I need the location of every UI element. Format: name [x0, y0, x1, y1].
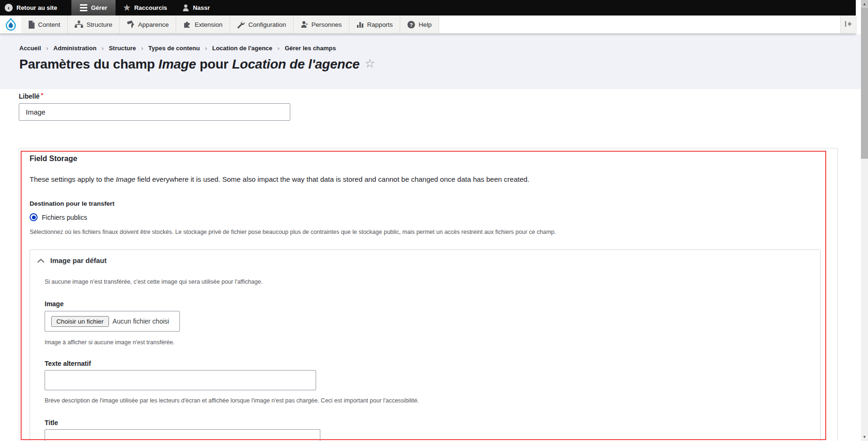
- star-icon: ★: [123, 4, 130, 12]
- breadcrumb-types-de-contenu[interactable]: Types de contenu: [148, 45, 200, 52]
- admin-toolbar: ‹ Retour au site Gérer ★ Raccourcis Nass…: [0, 0, 856, 15]
- destination-help-text: Sélectionnez où les fichiers finaux doiv…: [30, 228, 821, 236]
- back-to-site-button[interactable]: ‹ Retour au site: [0, 0, 65, 15]
- user-account-tab[interactable]: Nassr: [175, 0, 217, 15]
- menu-item-personnes[interactable]: Personnes: [294, 15, 349, 33]
- alt-help-text: Brève description de l'image utilisée pa…: [45, 396, 806, 405]
- person-icon: [301, 21, 308, 28]
- menu-item-label: Help: [418, 21, 432, 28]
- breadcrumb-separator: ›: [101, 45, 103, 52]
- vertical-scrollbar[interactable]: ▲ ▼: [861, 0, 868, 441]
- default-image-details: Image par défaut Si aucune image n'est t…: [30, 249, 821, 441]
- page-header: Accueil › Administration › Structure › T…: [0, 34, 861, 89]
- menu-item-help[interactable]: ? Help: [400, 15, 439, 33]
- chevron-up-icon: [38, 256, 44, 264]
- username-label: Nassr: [193, 4, 210, 11]
- breadcrumb: Accueil › Administration › Structure › T…: [19, 45, 861, 52]
- shortcuts-label: Raccourcis: [134, 4, 167, 11]
- scrollbar-thumb[interactable]: [861, 8, 868, 159]
- toolbar-spacer: [439, 15, 840, 33]
- scroll-down-arrow[interactable]: ▼: [861, 433, 868, 441]
- breadcrumb-separator: ›: [278, 45, 279, 52]
- breadcrumb-gerer-les-champs[interactable]: Gérer les champs: [285, 45, 336, 52]
- default-image-summary[interactable]: Image par défaut: [30, 250, 820, 271]
- user-icon: [182, 4, 189, 12]
- svg-text:?: ?: [410, 22, 413, 27]
- fichiers-publics-label[interactable]: Fichiers publics: [42, 214, 87, 221]
- libelle-label: Libellé*: [19, 93, 43, 100]
- menu-icon: [80, 4, 87, 11]
- image-file-input[interactable]: Choisir un fichier Aucun fichier choisi: [45, 311, 180, 332]
- manage-label: Gérer: [91, 4, 108, 11]
- menu-item-label: Extension: [194, 21, 222, 28]
- title-input[interactable]: [45, 429, 320, 441]
- image-label: Image: [45, 300, 806, 308]
- page-title: Paramètres du champ Image pour Location …: [19, 56, 861, 72]
- field-storage-legend: Field Storage: [30, 155, 821, 163]
- document-icon: [28, 21, 35, 29]
- texte-alternatif-label: Texte alternatif: [45, 360, 806, 367]
- file-status-text: Aucun fichier choisi: [113, 317, 170, 325]
- admin-menu-toolbar: Content Structure Apparence Extension Co…: [0, 15, 856, 34]
- breadcrumb-location-agence[interactable]: Location de l'agence: [212, 45, 272, 52]
- bar-chart-icon: [356, 21, 364, 28]
- texte-alternatif-input[interactable]: [45, 370, 316, 390]
- destination-label: Destination pour le transfert: [30, 200, 821, 207]
- breadcrumb-administration[interactable]: Administration: [54, 45, 97, 52]
- drupal-logo[interactable]: [0, 15, 21, 33]
- menu-item-structure[interactable]: Structure: [68, 15, 120, 33]
- shortcuts-tab[interactable]: ★ Raccourcis: [116, 0, 174, 15]
- menu-item-label: Personnes: [311, 21, 342, 28]
- toolbar-orientation-toggle[interactable]: [840, 15, 856, 33]
- manage-tab[interactable]: Gérer: [71, 0, 116, 15]
- field-storage-fieldset: Field Storage These settings apply to th…: [19, 148, 838, 441]
- libelle-input[interactable]: [19, 103, 290, 121]
- breadcrumb-separator: ›: [141, 45, 143, 52]
- menu-item-label: Rapports: [367, 21, 393, 28]
- fichiers-publics-radio[interactable]: [30, 213, 38, 221]
- default-image-summary-label: Image par défaut: [50, 256, 107, 264]
- menu-item-apparence[interactable]: Apparence: [120, 15, 176, 33]
- menu-item-label: Configuration: [248, 21, 286, 28]
- choose-file-button[interactable]: Choisir un fichier: [51, 316, 109, 327]
- breadcrumb-structure[interactable]: Structure: [109, 45, 136, 52]
- question-icon: ?: [407, 21, 415, 29]
- breadcrumb-separator: ›: [46, 45, 48, 52]
- breadcrumb-accueil[interactable]: Accueil: [19, 45, 41, 52]
- collapse-left-icon: [845, 20, 852, 29]
- menu-item-label: Apparence: [138, 21, 169, 28]
- field-settings-form: Libellé* Field Storage These settings ap…: [0, 89, 861, 441]
- title-label: Title: [45, 419, 806, 426]
- paint-roller-icon: [127, 21, 135, 29]
- menu-item-content[interactable]: Content: [21, 15, 68, 33]
- menu-item-rapports[interactable]: Rapports: [349, 15, 401, 33]
- image-help-text: Image à afficher si aucune image n'est t…: [45, 338, 806, 347]
- sitemap-icon: [75, 21, 83, 28]
- puzzle-icon: [183, 21, 191, 28]
- menu-item-configuration[interactable]: Configuration: [230, 15, 294, 33]
- back-arrow-icon: ‹: [5, 4, 13, 12]
- required-asterisk: *: [41, 92, 43, 99]
- field-storage-description: These settings apply to the Image field …: [30, 175, 821, 183]
- scroll-up-arrow[interactable]: ▲: [861, 0, 868, 8]
- menu-item-extension[interactable]: Extension: [176, 15, 230, 33]
- destination-radio-row: Fichiers publics: [30, 213, 821, 221]
- breadcrumb-separator: ›: [205, 45, 207, 52]
- favorite-star-icon[interactable]: ☆: [364, 56, 375, 70]
- wrench-icon: [237, 21, 245, 29]
- menu-item-label: Structure: [86, 21, 112, 28]
- back-to-site-label: Retour au site: [16, 4, 57, 11]
- default-image-intro: Si aucune image n'est transférée, c'est …: [45, 278, 806, 286]
- menu-item-label: Content: [38, 21, 60, 28]
